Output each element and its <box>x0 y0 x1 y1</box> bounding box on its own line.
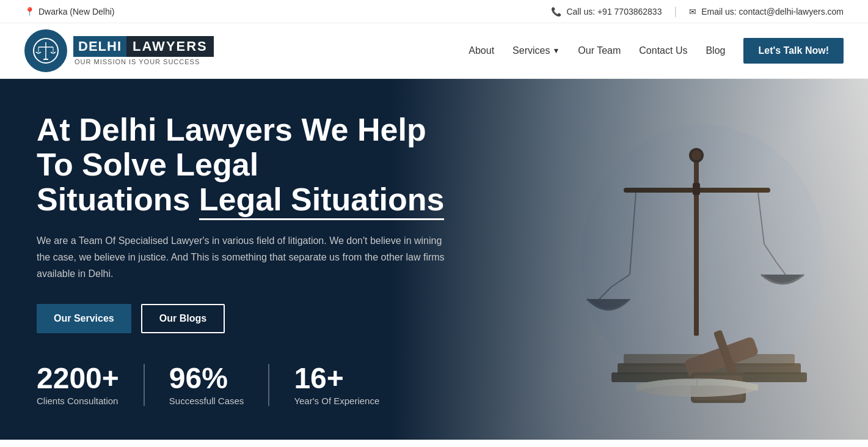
stat-label-1: Successfull Cases <box>169 396 244 406</box>
nav-our-team[interactable]: Our Team <box>578 45 621 56</box>
logo-lawyers: LAWYERS <box>126 36 214 57</box>
hero-stats: 2200+Clients Consultation96%Successfull … <box>37 364 464 406</box>
hero-buttons: Our Services Our Blogs <box>37 304 464 333</box>
hero-title: At Delhi Lawyers We Help To Solve Legal … <box>37 113 464 218</box>
logo-delhi: DELHI <box>73 36 126 57</box>
hero-title-underlined: Legal Situations <box>199 182 445 220</box>
email-text: Email us: contact@delhi-lawyers.com <box>701 7 844 17</box>
logo-tagline: OUR MISSION IS YOUR SUCCESS <box>73 58 214 65</box>
phone-info: Call us: +91 7703862833 <box>551 7 662 17</box>
hero-section: At Delhi Lawyers We Help To Solve Legal … <box>0 79 868 440</box>
logo-title: DELHI LAWYERS <box>73 36 214 57</box>
services-dropdown-arrow: ▼ <box>552 46 560 55</box>
our-blogs-button[interactable]: Our Blogs <box>141 304 225 333</box>
stat-item-1: 96%Successfull Cases <box>169 364 270 406</box>
main-nav: About Services ▼ Our Team Contact Us Blo… <box>469 38 844 64</box>
lets-talk-button[interactable]: Let's Talk Now! <box>743 38 844 64</box>
stat-item-2: 16+Year's Of Experience <box>294 364 404 406</box>
call-text: Call us: +91 7703862833 <box>566 7 662 17</box>
email-icon <box>689 7 696 17</box>
logo[interactable]: DELHI LAWYERS OUR MISSION IS YOUR SUCCES… <box>24 29 214 72</box>
hero-title-line1: At Delhi Lawyers We Help To Solve Legal <box>37 112 426 182</box>
our-services-button[interactable]: Our Services <box>37 304 131 333</box>
stat-number-0: 2200+ <box>37 364 119 393</box>
nav-services[interactable]: Services ▼ <box>512 45 560 56</box>
logo-text: DELHI LAWYERS OUR MISSION IS YOUR SUCCES… <box>73 36 214 65</box>
stat-number-2: 16+ <box>294 364 379 393</box>
stat-label-2: Year's Of Experience <box>294 396 379 406</box>
header: DELHI LAWYERS OUR MISSION IS YOUR SUCCES… <box>0 23 868 79</box>
separator: | <box>674 5 677 18</box>
contact-info: Call us: +91 7703862833 | Email us: cont… <box>551 5 844 18</box>
location-icon <box>24 7 35 17</box>
hero-description: We are a Team Of Specialised Lawyer's in… <box>37 232 452 283</box>
phone-icon <box>551 7 561 17</box>
hero-title-line2: Situations <box>37 182 199 217</box>
nav-about[interactable]: About <box>469 45 494 56</box>
email-info: Email us: contact@delhi-lawyers.com <box>689 7 844 17</box>
logo-icon <box>24 29 67 72</box>
scales-logo-icon <box>32 37 59 64</box>
nav-blog[interactable]: Blog <box>706 45 725 56</box>
stat-label-0: Clients Consultation <box>37 396 119 406</box>
stat-number-1: 96% <box>169 364 244 393</box>
location-text: Dwarka (New Delhi) <box>38 7 114 17</box>
stat-item-0: 2200+Clients Consultation <box>37 364 145 406</box>
nav-contact-us[interactable]: Contact Us <box>639 45 687 56</box>
top-bar: Dwarka (New Delhi) Call us: +91 77038628… <box>0 0 868 23</box>
hero-content: At Delhi Lawyers We Help To Solve Legal … <box>0 113 501 406</box>
location-info: Dwarka (New Delhi) <box>24 7 114 17</box>
